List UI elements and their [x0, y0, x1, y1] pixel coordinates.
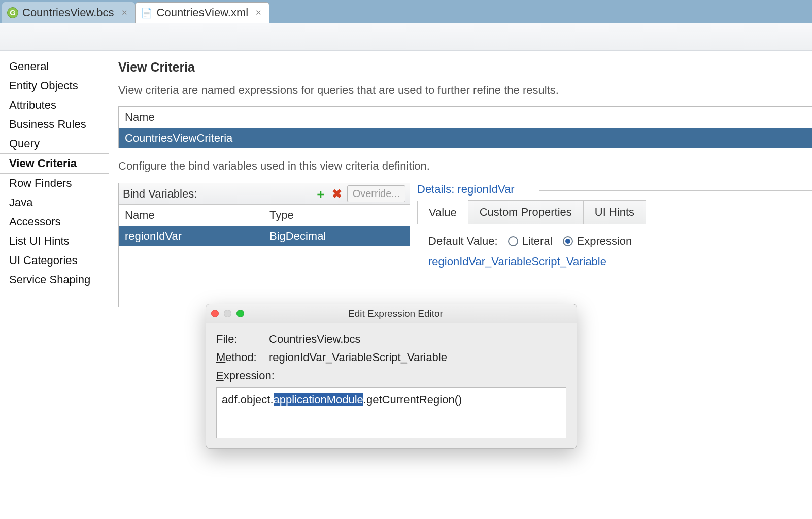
bind-description: Configure the bind variables used in thi…	[118, 159, 812, 173]
expression-input[interactable]: adf.object.applicationModule.getCurrentR…	[216, 387, 566, 438]
criteria-table-row[interactable]: CountriesViewCriteria	[119, 128, 812, 148]
xml-file-icon: 📄	[141, 7, 153, 19]
expr-text-after: .getCurrentRegion()	[363, 393, 462, 406]
bind-row-name: regionIdVar	[119, 226, 263, 246]
bind-row-type: BigDecimal	[263, 226, 410, 246]
nav-accessors[interactable]: Accessors	[0, 212, 109, 232]
dialog-expression-label-row: Expression:	[216, 369, 566, 382]
bind-body-empty	[119, 246, 410, 307]
details-tabs: Value Custom Properties UI Hints	[417, 200, 812, 224]
nav-list-ui-hints[interactable]: List UI Hints	[0, 232, 109, 251]
bind-title: Bind Variables:	[123, 187, 197, 201]
file-label: File:	[216, 333, 269, 346]
window-zoom-icon[interactable]	[236, 310, 244, 317]
section-description: View criteria are named expressions for …	[118, 84, 812, 97]
nav-entity-objects[interactable]: Entity Objects	[0, 76, 109, 95]
nav-service-shaping[interactable]: Service Shaping	[0, 270, 109, 289]
bind-columns: Name Type	[119, 205, 410, 226]
tab-countriesview-xml[interactable]: 📄 CountriesView.xml ✕	[135, 2, 270, 23]
expr-text-before: adf.object.	[222, 393, 274, 406]
nav-general[interactable]: General	[0, 57, 109, 76]
nav-ui-categories[interactable]: UI Categories	[0, 251, 109, 270]
bind-row[interactable]: regionIdVar BigDecimal	[119, 226, 410, 246]
nav-java[interactable]: Java	[0, 193, 109, 212]
radio-literal[interactable]: Literal	[508, 235, 553, 248]
tab-ui-hints[interactable]: UI Hints	[583, 200, 646, 224]
tab-label: CountriesView.bcs	[22, 6, 114, 19]
default-value-row: Default Value: Literal Expression	[428, 235, 808, 248]
criteria-table: Name CountriesViewCriteria	[118, 106, 812, 148]
tab-value[interactable]: Value	[417, 201, 468, 224]
dialog-title: Edit Expression Editor	[250, 308, 571, 319]
add-icon[interactable]: ＋	[314, 187, 328, 201]
criteria-table-header[interactable]: Name	[119, 107, 812, 128]
tab-countriesview-bcs[interactable]: G CountriesView.bcs ✕	[2, 2, 135, 23]
section-title: View Criteria	[118, 60, 812, 75]
nav-business-rules[interactable]: Business Rules	[0, 115, 109, 134]
bind-col-name[interactable]: Name	[119, 205, 263, 226]
bind-col-type[interactable]: Type	[263, 205, 410, 226]
close-icon[interactable]: ✕	[121, 8, 128, 17]
details-legend-var: regionIdVar	[457, 183, 514, 196]
default-value-label: Default Value:	[428, 235, 498, 248]
groovy-file-icon: G	[7, 7, 18, 18]
tab-custom-properties[interactable]: Custom Properties	[468, 200, 584, 224]
bind-header: Bind Variables: ＋ ✖ Override...	[119, 183, 410, 205]
expr-text-highlight: applicationModule	[274, 393, 363, 406]
delete-icon[interactable]: ✖	[330, 187, 344, 201]
dialog-body: File: CountriesView.bcs Method: regionId…	[206, 323, 577, 448]
nav-query[interactable]: Query	[0, 134, 109, 153]
expression-label: Expression:	[216, 369, 269, 382]
sidebar-nav: General Entity Objects Attributes Busine…	[0, 51, 109, 519]
dialog-file-row: File: CountriesView.bcs	[216, 333, 566, 346]
bind-variables-pane: Bind Variables: ＋ ✖ Override... Name Typ…	[118, 183, 410, 307]
close-icon[interactable]: ✕	[255, 8, 262, 17]
window-minimize-icon[interactable]	[224, 310, 231, 317]
details-body: Default Value: Literal Expression region…	[417, 224, 812, 272]
nav-attributes[interactable]: Attributes	[0, 95, 109, 115]
tab-bar: G CountriesView.bcs ✕ 📄 CountriesView.xm…	[0, 0, 812, 23]
lower-panes: Bind Variables: ＋ ✖ Override... Name Typ…	[118, 183, 812, 307]
radio-expression-label: Expression	[577, 235, 632, 248]
details-legend-prefix: Details:	[417, 183, 457, 196]
toolbar-strip	[0, 23, 812, 51]
script-link[interactable]: regionIdVar_VariableScript_Variable	[428, 255, 808, 268]
tab-label: CountriesView.xml	[157, 6, 249, 19]
method-value: regionIdVar_VariableScript_Variable	[269, 351, 447, 364]
nav-view-criteria[interactable]: View Criteria	[0, 153, 109, 174]
file-value: CountriesView.bcs	[269, 333, 361, 346]
dialog-titlebar[interactable]: Edit Expression Editor	[206, 304, 577, 323]
window-controls	[211, 310, 244, 317]
details-pane: Details: regionIdVar Value Custom Proper…	[417, 183, 812, 307]
radio-expression[interactable]: Expression	[563, 235, 632, 248]
method-label: Method:	[216, 351, 269, 364]
window-close-icon[interactable]	[211, 310, 219, 317]
radio-icon	[508, 236, 518, 246]
dialog-method-row: Method: regionIdVar_VariableScript_Varia…	[216, 351, 566, 364]
radio-literal-label: Literal	[522, 235, 553, 248]
nav-row-finders[interactable]: Row Finders	[0, 174, 109, 193]
override-button[interactable]: Override...	[347, 185, 405, 202]
expression-editor-dialog: Edit Expression Editor File: CountriesVi…	[206, 304, 577, 449]
radio-icon	[563, 236, 573, 246]
details-legend: Details: regionIdVar	[417, 183, 812, 197]
